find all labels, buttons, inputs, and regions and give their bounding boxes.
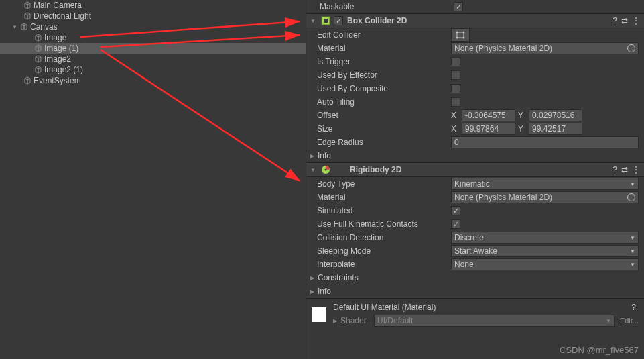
hierarchy-item[interactable]: Main Camera — [0, 0, 306, 11]
effector-checkbox[interactable] — [451, 70, 460, 80]
component-enabled-checkbox[interactable]: ✓ — [334, 16, 343, 25]
hierarchy-item[interactable]: Image — [0, 32, 306, 43]
material-field[interactable]: None (Physics Material 2D) — [451, 42, 639, 54]
preset-icon[interactable]: ⇄ — [621, 165, 628, 174]
svg-point-6 — [463, 37, 465, 39]
foldout-icon[interactable]: ▼ — [310, 167, 316, 173]
edit-collider-label: Edit Collider — [317, 30, 451, 40]
hierarchy-item[interactable]: Image2 — [0, 54, 306, 64]
auto-tiling-checkbox[interactable] — [451, 97, 460, 107]
full-kinematic-checkbox[interactable]: ✓ — [451, 219, 460, 229]
y-label: Y — [518, 124, 526, 134]
menu-icon[interactable]: ⋮ — [632, 165, 640, 174]
sleeping-label: Sleeping Mode — [317, 246, 451, 256]
x-label: X — [451, 124, 459, 134]
interpolate-label: Interpolate — [317, 260, 451, 269]
auto-tiling-label: Auto Tiling — [317, 97, 451, 107]
offset-x-input[interactable] — [462, 109, 515, 121]
svg-point-3 — [456, 32, 458, 34]
item-label: Directional Light — [34, 11, 91, 21]
gameobject-icon — [34, 33, 43, 42]
gameobject-icon — [34, 65, 43, 74]
item-label: Image — [44, 33, 66, 42]
size-label: Size — [317, 124, 451, 134]
menu-icon[interactable]: ⋮ — [632, 16, 640, 25]
simulated-label: Simulated — [317, 206, 451, 215]
composite-label: Used By Composite — [317, 84, 451, 93]
collision-dropdown[interactable]: Discrete▼ — [451, 232, 639, 244]
preset-icon[interactable]: ⇄ — [621, 16, 628, 25]
object-picker-icon[interactable] — [627, 44, 635, 52]
component-title: Rigidbody 2D — [350, 165, 613, 174]
body-type-label: Body Type — [317, 179, 451, 189]
is-trigger-checkbox[interactable] — [451, 57, 460, 66]
material-section: Default UI Material (Material) ? ▶ Shade… — [306, 298, 644, 331]
maskable-label: Maskable — [320, 2, 454, 11]
body-type-dropdown[interactable]: Kinematic▼ — [451, 178, 639, 190]
foldout-icon[interactable]: ▶ — [333, 318, 338, 324]
hierarchy-item-selected[interactable]: Image (1) — [0, 43, 306, 54]
help-icon[interactable]: ? — [613, 16, 617, 25]
info-foldout[interactable]: ▶Info — [306, 149, 644, 162]
gameobject-icon — [19, 22, 29, 32]
rb-info-foldout[interactable]: ▶Info — [306, 285, 644, 298]
effector-label: Used By Effector — [317, 70, 451, 80]
size-y-input[interactable] — [529, 123, 582, 135]
svg-rect-1 — [324, 19, 328, 23]
y-label: Y — [518, 111, 526, 120]
object-picker-icon[interactable] — [627, 193, 635, 201]
size-x-input[interactable] — [462, 123, 515, 135]
help-icon[interactable]: ? — [631, 303, 636, 312]
foldout-icon[interactable]: ▼ — [310, 18, 316, 24]
inspector-panel: Maskable ✓ ▼ ✓ Box Collider 2D ? ⇄ ⋮ Edi… — [306, 0, 644, 359]
maskable-row: Maskable ✓ — [306, 0, 644, 13]
rb-material-label: Material — [317, 193, 451, 202]
offset-y-input[interactable] — [529, 109, 582, 121]
item-label: Canvas — [30, 22, 58, 32]
help-icon[interactable]: ? — [613, 165, 617, 174]
rigidbody-header[interactable]: ▼ Rigidbody 2D ? ⇄ ⋮ — [306, 162, 644, 177]
constraints-foldout[interactable]: ▶Constraints — [306, 271, 644, 285]
gameobject-icon — [23, 11, 32, 21]
svg-point-8 — [325, 169, 327, 171]
collision-label: Collision Detection — [317, 233, 451, 242]
material-title: Default UI Material (Material) — [333, 303, 436, 312]
hierarchy-item[interactable]: ▼Canvas — [0, 21, 306, 32]
svg-point-4 — [463, 32, 465, 34]
hierarchy-panel: Main Camera Directional Light ▼Canvas Im… — [0, 0, 306, 359]
hierarchy-item[interactable]: Image2 (1) — [0, 64, 306, 75]
svg-point-5 — [456, 37, 458, 39]
rigidbody-icon — [320, 164, 331, 175]
full-kinematic-label: Use Full Kinematic Contacts — [317, 219, 451, 229]
shader-dropdown[interactable]: UI/Default▼ — [374, 315, 615, 327]
simulated-checkbox[interactable]: ✓ — [451, 206, 460, 215]
maskable-checkbox[interactable]: ✓ — [454, 2, 463, 11]
item-label: Image2 — [44, 54, 71, 64]
gameobject-icon — [34, 44, 43, 53]
item-label: Image2 (1) — [44, 65, 83, 74]
hierarchy-item[interactable]: Directional Light — [0, 11, 306, 21]
box-collider-header[interactable]: ▼ ✓ Box Collider 2D ? ⇄ ⋮ — [306, 13, 644, 28]
box-collider-icon — [320, 15, 331, 26]
chevron-down-icon: ▼ — [630, 248, 635, 254]
expand-icon[interactable]: ▼ — [12, 24, 17, 30]
interpolate-dropdown[interactable]: None▼ — [451, 258, 639, 270]
svg-rect-2 — [457, 32, 464, 38]
sleeping-dropdown[interactable]: Start Awake▼ — [451, 245, 639, 257]
offset-label: Offset — [317, 111, 451, 120]
composite-checkbox[interactable] — [451, 84, 460, 93]
chevron-down-icon: ▼ — [630, 262, 635, 268]
item-label: Main Camera — [34, 1, 82, 10]
rb-material-field[interactable]: None (Physics Material 2D) — [451, 191, 639, 203]
item-label: Image (1) — [44, 44, 78, 53]
chevron-down-icon: ▼ — [630, 235, 635, 241]
material-label: Material — [317, 44, 451, 53]
edit-collider-button[interactable] — [451, 28, 470, 42]
edge-radius-input[interactable] — [451, 136, 639, 148]
shader-label: Shader — [340, 316, 374, 325]
hierarchy-item[interactable]: EventSystem — [0, 75, 306, 86]
material-preview — [312, 307, 326, 322]
x-label: X — [451, 111, 459, 120]
chevron-down-icon: ▼ — [630, 181, 635, 187]
watermark: CSDN @mr_five567 — [560, 345, 639, 355]
